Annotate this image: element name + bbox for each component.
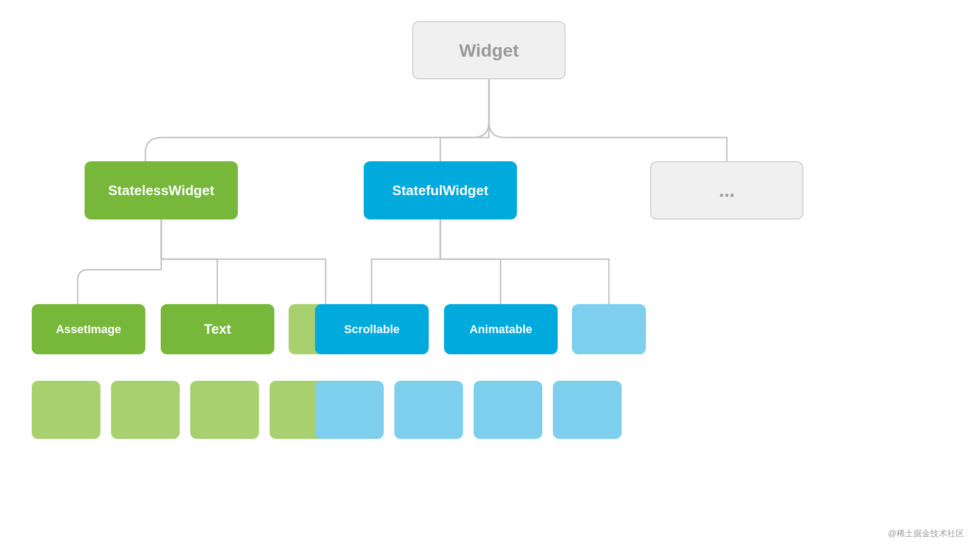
- stateless-widget-node: StatelessWidget: [85, 161, 238, 219]
- text-label: Text: [204, 321, 232, 337]
- animatable-label: Animatable: [469, 323, 532, 336]
- diagram-container: Widget StatelessWidget StatefulWidget ..…: [0, 0, 980, 550]
- widget-node: Widget: [412, 21, 566, 79]
- scrollable-label: Scrollable: [344, 323, 400, 336]
- stateful-widget-node: StatefulWidget: [364, 161, 517, 219]
- watermark: @稀土掘金技术社区: [888, 528, 964, 539]
- sl-sub1-node: [32, 381, 100, 439]
- ellipsis-node: ...: [650, 161, 803, 219]
- assetimage-node: AssetImage: [32, 304, 145, 354]
- ellipsis-label: ...: [719, 179, 735, 201]
- assetimage-label: AssetImage: [56, 323, 122, 336]
- scrollable-node: Scrollable: [315, 304, 429, 354]
- connectors-svg: [0, 0, 980, 550]
- stateless-label: StatelessWidget: [108, 182, 215, 199]
- stateful-label: StatefulWidget: [392, 182, 488, 199]
- sf-sub2-node: [394, 381, 463, 439]
- sf-sub4-node: [553, 381, 622, 439]
- sl-sub2-node: [111, 381, 180, 439]
- sf-sub3-node: [474, 381, 542, 439]
- stateful-child3-node: [572, 304, 646, 354]
- text-node: Text: [161, 304, 274, 354]
- sf-sub1-node: [315, 381, 384, 439]
- widget-label: Widget: [459, 40, 519, 61]
- sl-sub3-node: [190, 381, 259, 439]
- animatable-node: Animatable: [444, 304, 558, 354]
